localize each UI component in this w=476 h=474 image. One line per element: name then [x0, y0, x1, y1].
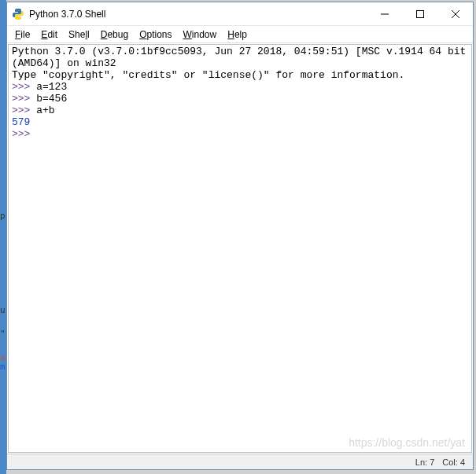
menu-options[interactable]: Options: [139, 29, 172, 40]
prompt: >>>: [12, 93, 30, 105]
input-line-1: a=123: [36, 81, 67, 93]
prompt: >>>: [12, 128, 30, 140]
menu-help[interactable]: Help: [227, 29, 247, 40]
app-window: Python 3.7.0 Shell File Edit Shell Debug…: [6, 2, 474, 470]
shell-header-1: Python 3.7.0 (v3.7.0:1bf9cc5093, Jun 27 …: [12, 46, 472, 69]
input-line-3: a+b: [36, 105, 54, 116]
python-icon: [12, 8, 24, 20]
output-result: 579: [12, 116, 30, 128]
window-controls: [367, 2, 473, 25]
menu-window[interactable]: Window: [183, 29, 217, 40]
status-col: Col: 4: [442, 457, 465, 467]
prompt: >>>: [12, 81, 30, 93]
titlebar[interactable]: Python 3.7.0 Shell: [7, 2, 473, 26]
menu-shell[interactable]: Shell: [68, 29, 90, 40]
statusbar: Ln: 7 Col: 4: [7, 454, 473, 469]
shell-header-2: Type "copyright", "credits" or "license(…: [12, 69, 404, 81]
input-line-2: b=456: [36, 93, 67, 105]
menu-file[interactable]: File: [15, 29, 30, 40]
close-button[interactable]: [437, 2, 473, 25]
window-title: Python 3.7.0 Shell: [29, 9, 367, 20]
menu-debug[interactable]: Debug: [101, 29, 128, 40]
svg-rect-1: [416, 10, 423, 17]
shell-content[interactable]: Python 3.7.0 (v3.7.0:1bf9cc5093, Jun 27 …: [8, 44, 472, 453]
status-ln: Ln: 7: [415, 457, 434, 467]
watermark-text: https://blog.csdn.net/yat: [349, 436, 465, 449]
prompt: >>>: [12, 105, 30, 116]
menu-edit[interactable]: Edit: [41, 29, 57, 40]
maximize-button[interactable]: [402, 2, 437, 25]
minimize-button[interactable]: [367, 2, 402, 25]
menubar: File Edit Shell Debug Options Window Hel…: [7, 26, 473, 43]
